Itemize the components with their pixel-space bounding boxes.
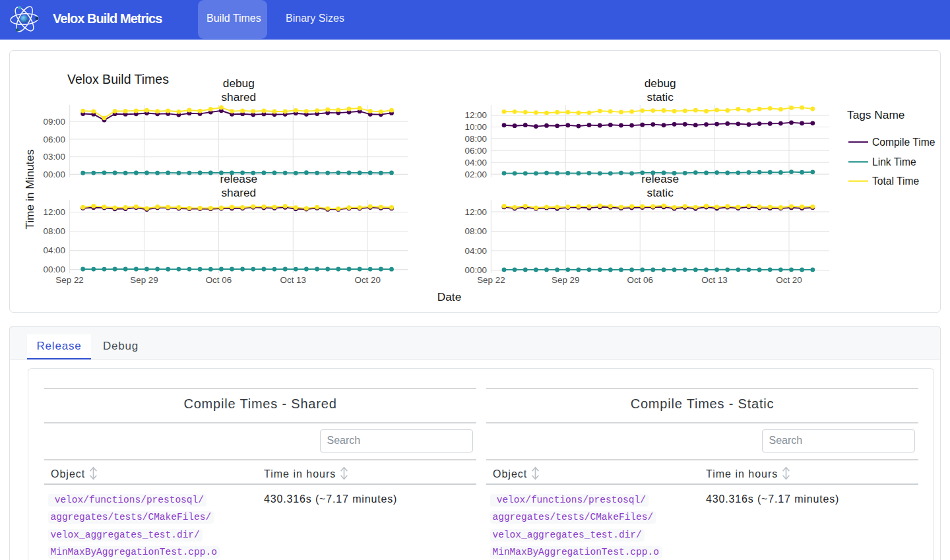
svg-text:Velox Build Times: Velox Build Times [67, 72, 169, 86]
svg-text:04:00: 04:00 [464, 158, 487, 168]
svg-text:00:00: 00:00 [43, 264, 65, 274]
svg-text:06:00: 06:00 [43, 135, 65, 144]
svg-text:shared: shared [221, 186, 256, 199]
svg-text:Oct 06: Oct 06 [627, 275, 652, 285]
svg-text:Sep 29: Sep 29 [552, 275, 579, 285]
svg-text:09:00: 09:00 [43, 117, 65, 127]
svg-text:04:00: 04:00 [464, 246, 487, 256]
svg-text:static: static [647, 90, 674, 104]
svg-text:00:00: 00:00 [43, 170, 65, 179]
svg-text:shared: shared [221, 90, 256, 104]
svg-text:10:00: 10:00 [464, 122, 487, 132]
svg-text:Oct 13: Oct 13 [701, 275, 727, 285]
svg-text:Time in Minutes: Time in Minutes [23, 149, 36, 230]
svg-text:Sep 29: Sep 29 [130, 275, 158, 285]
svg-text:release: release [641, 172, 679, 185]
svg-text:03:00: 03:00 [43, 152, 65, 162]
svg-text:static: static [647, 186, 674, 199]
svg-text:Sep 22: Sep 22 [55, 275, 83, 285]
svg-text:Total Time: Total Time [872, 175, 919, 187]
svg-text:Tags Name: Tags Name [847, 108, 904, 121]
svg-text:06:00: 06:00 [464, 146, 487, 156]
svg-text:12:00: 12:00 [464, 110, 487, 120]
svg-text:Link Time: Link Time [872, 156, 916, 168]
svg-text:Compile Time: Compile Time [872, 137, 935, 148]
svg-text:debug: debug [223, 77, 255, 90]
svg-text:Oct 20: Oct 20 [776, 275, 802, 285]
svg-text:02:00: 02:00 [464, 170, 487, 179]
svg-text:04:00: 04:00 [43, 245, 65, 255]
svg-text:Sep 22: Sep 22 [477, 275, 505, 285]
svg-text:Oct 20: Oct 20 [354, 275, 380, 285]
svg-text:release: release [220, 172, 257, 185]
svg-text:08:00: 08:00 [43, 226, 65, 236]
svg-text:08:00: 08:00 [464, 134, 487, 144]
svg-text:Oct 13: Oct 13 [280, 275, 306, 285]
svg-text:12:00: 12:00 [43, 207, 65, 217]
svg-text:12:00: 12:00 [464, 207, 487, 217]
svg-text:debug: debug [645, 77, 676, 90]
svg-text:00:00: 00:00 [464, 265, 487, 275]
svg-text:08:00: 08:00 [464, 226, 487, 236]
svg-text:Oct 06: Oct 06 [206, 275, 232, 285]
svg-text:Date: Date [437, 290, 462, 303]
